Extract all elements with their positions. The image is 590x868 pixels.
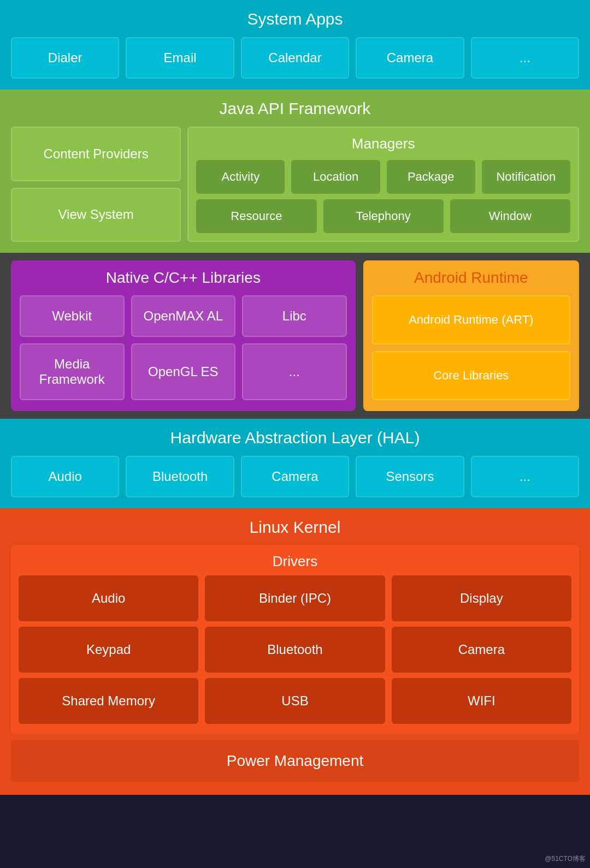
managers-row2: Resource Telephony Window xyxy=(196,199,570,233)
power-management-bar: Power Management xyxy=(11,740,579,782)
drivers-box: Drivers Audio Binder (IPC) Display Keypa… xyxy=(11,545,579,734)
package-cell: Package xyxy=(387,160,475,194)
driver-binder-cell: Binder (IPC) xyxy=(205,575,385,621)
hal-audio-cell: Audio xyxy=(11,456,119,497)
native-more-cell: ... xyxy=(242,343,347,400)
dialer-cell: Dialer xyxy=(11,37,119,79)
window-cell: Window xyxy=(450,199,570,233)
content-providers-cell: Content Providers xyxy=(11,127,181,181)
telephony-cell: Telephony xyxy=(323,199,444,233)
java-api-layer: Java API Framework Content Providers Vie… xyxy=(0,90,590,253)
native-title: Native C/C++ Libraries xyxy=(20,269,347,287)
native-row2: Media Framework OpenGL ES ... xyxy=(20,343,347,400)
drivers-title: Drivers xyxy=(19,553,571,570)
email-cell: Email xyxy=(126,37,234,79)
art-cell: Android Runtime (ART) xyxy=(372,295,570,344)
camera-cell: Camera xyxy=(356,37,464,79)
more-cell: ... xyxy=(471,37,579,79)
driver-audio-cell: Audio xyxy=(19,575,198,621)
android-runtime-title: Android Runtime xyxy=(372,269,570,287)
hal-row: Audio Bluetooth Camera Sensors ... xyxy=(11,456,579,497)
hal-camera-cell: Camera xyxy=(241,456,349,497)
hal-more-cell: ... xyxy=(471,456,579,497)
notification-cell: Notification xyxy=(482,160,570,194)
location-cell: Location xyxy=(291,160,380,194)
system-apps-row: Dialer Email Calendar Camera ... xyxy=(11,37,579,79)
drivers-row1: Audio Binder (IPC) Display xyxy=(19,575,571,621)
system-apps-layer: System Apps Dialer Email Calendar Camera… xyxy=(0,0,590,90)
media-framework-cell: Media Framework xyxy=(20,343,125,400)
java-api-content-row: Content Providers View System Managers A… xyxy=(11,127,579,242)
driver-display-cell: Display xyxy=(392,575,571,621)
driver-keypad-cell: Keypad xyxy=(19,627,198,673)
drivers-row3: Shared Memory USB WIFI xyxy=(19,678,571,724)
hal-sensors-cell: Sensors xyxy=(356,456,464,497)
middle-section: Native C/C++ Libraries Webkit OpenMAX AL… xyxy=(0,253,590,419)
hal-title: Hardware Abstraction Layer (HAL) xyxy=(11,429,579,447)
android-runtime-box: Android Runtime Android Runtime (ART) Co… xyxy=(363,260,579,411)
calendar-cell: Calendar xyxy=(241,37,349,79)
core-libraries-cell: Core Libraries xyxy=(372,351,570,400)
driver-bluetooth-cell: Bluetooth xyxy=(205,627,385,673)
linux-kernel-title: Linux Kernel xyxy=(11,518,579,537)
driver-wifi-cell: WIFI xyxy=(392,678,571,724)
system-apps-title: System Apps xyxy=(11,10,579,28)
driver-camera-cell: Camera xyxy=(392,627,571,673)
driver-usb-cell: USB xyxy=(205,678,385,724)
hal-layer: Hardware Abstraction Layer (HAL) Audio B… xyxy=(0,419,590,508)
java-api-title: Java API Framework xyxy=(11,99,579,118)
libc-cell: Libc xyxy=(242,295,347,337)
managers-row1: Activity Location Package Notification xyxy=(196,160,570,194)
managers-box: Managers Activity Location Package Notif… xyxy=(187,127,579,242)
activity-cell: Activity xyxy=(196,160,285,194)
linux-kernel-layer: Linux Kernel Drivers Audio Binder (IPC) … xyxy=(0,508,590,795)
hal-bluetooth-cell: Bluetooth xyxy=(126,456,234,497)
drivers-row2: Keypad Bluetooth Camera xyxy=(19,627,571,673)
managers-title: Managers xyxy=(196,135,570,152)
resource-cell: Resource xyxy=(196,199,316,233)
watermark: @51CTO博客 xyxy=(545,854,586,864)
native-libraries-box: Native C/C++ Libraries Webkit OpenMAX AL… xyxy=(11,260,356,411)
driver-shared-memory-cell: Shared Memory xyxy=(19,678,198,724)
webkit-cell: Webkit xyxy=(20,295,125,337)
view-system-cell: View System xyxy=(11,188,181,242)
opengl-cell: OpenGL ES xyxy=(131,343,236,400)
openmax-cell: OpenMAX AL xyxy=(131,295,236,337)
java-api-left: Content Providers View System xyxy=(11,127,181,242)
native-row1: Webkit OpenMAX AL Libc xyxy=(20,295,347,337)
